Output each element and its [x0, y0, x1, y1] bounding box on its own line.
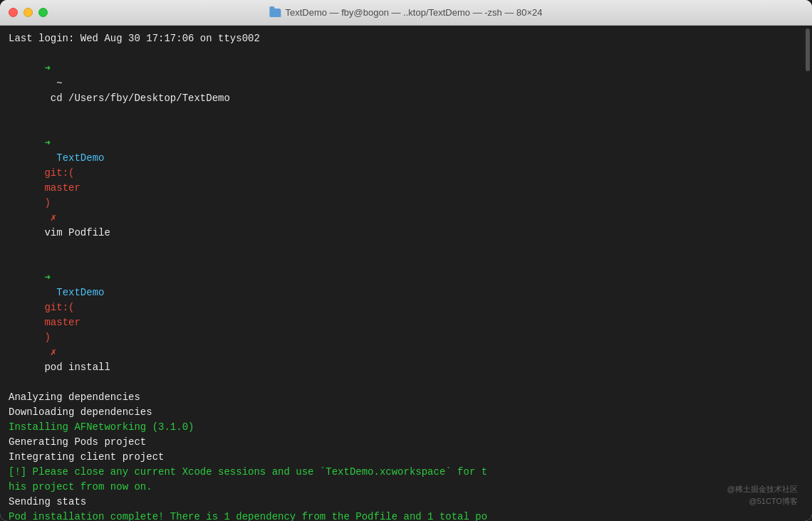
- line-cmd2: ➜ TextDemo git:( master ) ✗ vim Podfile: [9, 121, 803, 256]
- watermark-line2: @51CTO博客: [727, 495, 798, 508]
- cmd-text-3: pod install: [44, 362, 110, 373]
- scrollbar-thumb: [806, 28, 810, 71]
- line-warn1: [!] Please close any current Xcode sessi…: [9, 465, 803, 480]
- line-out6: Sending stats: [9, 495, 803, 510]
- line-out1: Analyzing dependencies: [9, 390, 803, 405]
- cross-3: ✗: [44, 347, 62, 358]
- git-master-2: master: [44, 182, 80, 194]
- titlebar: TextDemo — fby@bogon — ..ktop/TextDemo —…: [0, 0, 812, 26]
- git-label-2: git:(: [44, 167, 74, 179]
- line-login: Last login: Wed Aug 30 17:17:06 on ttys0…: [9, 31, 803, 46]
- watermark: @稀土掘金技术社区 @51CTO博客: [727, 483, 798, 508]
- line-cmd3: ➜ TextDemo git:( master ) ✗ pod install: [9, 256, 803, 390]
- tilde-1: ~: [44, 78, 68, 89]
- line-out3: Installing AFNetworking (3.1.0): [9, 420, 803, 435]
- title-text: TextDemo — fby@bogon — ..ktop/TextDemo —…: [285, 7, 542, 18]
- git-close-3: ): [44, 332, 50, 343]
- cmd-text-1: cd /Users/fby/Desktop/TextDemo: [44, 93, 229, 104]
- cmd-text-2: vim Podfile: [44, 227, 110, 238]
- terminal-window: TextDemo — fby@bogon — ..ktop/TextDemo —…: [0, 0, 812, 521]
- line-out5: Integrating client project: [9, 450, 803, 465]
- cross-2: ✗: [44, 212, 62, 223]
- folder-icon: [269, 9, 281, 17]
- line-out2: Downloading dependencies: [9, 405, 803, 420]
- close-button[interactable]: [9, 8, 18, 17]
- dirname-3: TextDemo: [44, 287, 110, 298]
- dirname-2: TextDemo: [44, 152, 110, 164]
- watermark-line1: @稀土掘金技术社区: [727, 483, 798, 496]
- line-out7: Pod installation complete! There is 1 de…: [9, 510, 803, 521]
- arrow-3: ➜: [44, 272, 50, 283]
- window-title: TextDemo — fby@bogon — ..ktop/TextDemo —…: [269, 7, 542, 18]
- git-close-2: ): [44, 197, 50, 209]
- terminal-body[interactable]: Last login: Wed Aug 30 17:17:06 on ttys0…: [0, 26, 812, 521]
- line-warn2: his project from now on.: [9, 480, 803, 495]
- minimize-button[interactable]: [24, 8, 33, 17]
- arrow-1: ➜: [44, 63, 50, 74]
- git-label-3: git:(: [44, 302, 74, 313]
- maximize-button[interactable]: [38, 8, 48, 17]
- git-master-3: master: [44, 317, 80, 328]
- arrow-2: ➜: [44, 137, 50, 149]
- traffic-lights: [9, 8, 48, 17]
- line-out4: Generating Pods project: [9, 435, 803, 450]
- line-cmd1: ➜ ~ cd /Users/fby/Desktop/TextDemo: [9, 46, 803, 121]
